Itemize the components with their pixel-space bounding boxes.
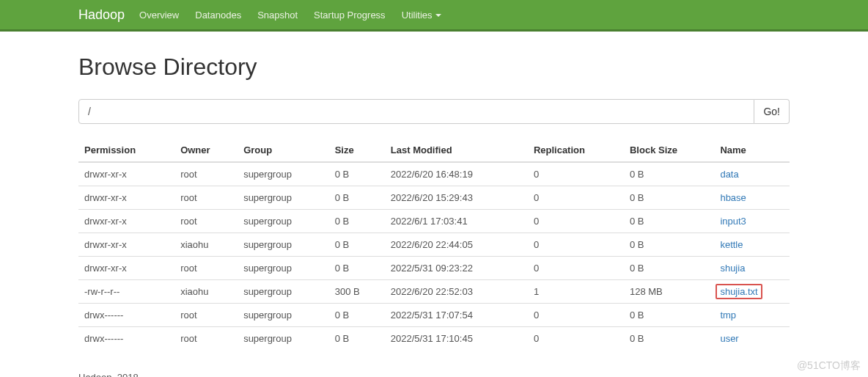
cell-replication: 0 bbox=[528, 257, 624, 280]
cell-replication: 0 bbox=[528, 327, 624, 351]
table-row: drwxr-xr-xxiaohusupergroup0 B2022/6/20 2… bbox=[78, 233, 790, 257]
cell-block-size: 0 B bbox=[624, 162, 714, 186]
col-name: Name bbox=[714, 139, 790, 162]
cell-size: 0 B bbox=[329, 257, 385, 280]
nav-datanodes[interactable]: Datanodes bbox=[195, 10, 241, 21]
nav-utilities-label: Utilities bbox=[402, 10, 433, 21]
highlight-box: shujia.txt bbox=[716, 284, 762, 299]
nav-overview[interactable]: Overview bbox=[139, 10, 179, 21]
table-row: drwx------rootsupergroup0 B2022/5/31 17:… bbox=[78, 327, 790, 351]
cell-owner: xiaohu bbox=[174, 280, 238, 304]
cell-replication: 0 bbox=[528, 304, 624, 327]
col-block-size: Block Size bbox=[624, 139, 714, 162]
cell-last-modified: 2022/6/20 16:48:19 bbox=[385, 162, 528, 186]
col-owner: Owner bbox=[174, 139, 238, 162]
cell-size: 0 B bbox=[329, 304, 385, 327]
table-header-row: Permission Owner Group Size Last Modifie… bbox=[78, 139, 790, 162]
watermark: @51CTO博客 bbox=[797, 359, 861, 373]
cell-replication: 0 bbox=[528, 233, 624, 257]
nav-utilities[interactable]: Utilities bbox=[402, 10, 441, 21]
cell-name: data bbox=[714, 162, 790, 186]
cell-owner: root bbox=[174, 257, 238, 280]
cell-permission: -rw-r--r-- bbox=[78, 280, 174, 304]
file-link[interactable]: hbase bbox=[720, 192, 746, 203]
go-button[interactable]: Go! bbox=[754, 99, 790, 124]
file-link[interactable]: kettle bbox=[720, 239, 743, 250]
cell-block-size: 0 B bbox=[624, 210, 714, 233]
file-link[interactable]: shujia.txt bbox=[720, 286, 757, 297]
cell-owner: root bbox=[174, 210, 238, 233]
cell-block-size: 128 MB bbox=[624, 280, 714, 304]
cell-owner: root bbox=[174, 162, 238, 186]
cell-block-size: 0 B bbox=[624, 304, 714, 327]
cell-group: supergroup bbox=[238, 304, 329, 327]
cell-group: supergroup bbox=[238, 280, 329, 304]
cell-size: 0 B bbox=[329, 210, 385, 233]
cell-permission: drwxr-xr-x bbox=[78, 162, 174, 186]
cell-name: kettle bbox=[714, 233, 790, 257]
brand-link[interactable]: Hadoop bbox=[78, 7, 125, 23]
table-row: drwxr-xr-xrootsupergroup0 B2022/6/20 15:… bbox=[78, 186, 790, 210]
path-row: Go! bbox=[78, 99, 790, 124]
file-link[interactable]: user bbox=[720, 333, 738, 344]
cell-replication: 0 bbox=[528, 162, 624, 186]
cell-group: supergroup bbox=[238, 210, 329, 233]
table-row: drwx------rootsupergroup0 B2022/5/31 17:… bbox=[78, 304, 790, 327]
col-group: Group bbox=[238, 139, 329, 162]
nav-startup-progress[interactable]: Startup Progress bbox=[314, 10, 386, 21]
cell-name: shujia.txt bbox=[714, 280, 790, 304]
cell-last-modified: 2022/6/20 22:44:05 bbox=[385, 233, 528, 257]
cell-group: supergroup bbox=[238, 233, 329, 257]
navbar: Hadoop Overview Datanodes Snapshot Start… bbox=[0, 0, 868, 32]
cell-size: 0 B bbox=[329, 327, 385, 351]
path-input[interactable] bbox=[78, 99, 754, 124]
cell-size: 300 B bbox=[329, 280, 385, 304]
cell-owner: root bbox=[174, 186, 238, 210]
cell-size: 0 B bbox=[329, 186, 385, 210]
cell-permission: drwxr-xr-x bbox=[78, 210, 174, 233]
col-permission: Permission bbox=[78, 139, 174, 162]
cell-name: hbase bbox=[714, 186, 790, 210]
directory-table: Permission Owner Group Size Last Modifie… bbox=[78, 139, 790, 350]
table-row: drwxr-xr-xrootsupergroup0 B2022/6/20 16:… bbox=[78, 162, 790, 186]
cell-name: shujia bbox=[714, 257, 790, 280]
table-row: -rw-r--r--xiaohusupergroup300 B2022/6/20… bbox=[78, 280, 790, 304]
col-size: Size bbox=[329, 139, 385, 162]
cell-block-size: 0 B bbox=[624, 257, 714, 280]
file-link[interactable]: shujia bbox=[720, 263, 745, 274]
cell-name: tmp bbox=[714, 304, 790, 327]
cell-replication: 0 bbox=[528, 186, 624, 210]
cell-block-size: 0 B bbox=[624, 233, 714, 257]
cell-last-modified: 2022/5/31 17:10:45 bbox=[385, 327, 528, 351]
nav-snapshot[interactable]: Snapshot bbox=[257, 10, 298, 21]
cell-permission: drwx------ bbox=[78, 327, 174, 351]
cell-group: supergroup bbox=[238, 162, 329, 186]
cell-permission: drwx------ bbox=[78, 304, 174, 327]
cell-replication: 0 bbox=[528, 210, 624, 233]
cell-last-modified: 2022/6/20 22:52:03 bbox=[385, 280, 528, 304]
col-replication: Replication bbox=[528, 139, 624, 162]
cell-last-modified: 2022/6/1 17:03:41 bbox=[385, 210, 528, 233]
file-link[interactable]: tmp bbox=[720, 310, 736, 321]
cell-name: input3 bbox=[714, 210, 790, 233]
file-link[interactable]: data bbox=[720, 169, 738, 180]
cell-last-modified: 2022/6/20 15:29:43 bbox=[385, 186, 528, 210]
cell-last-modified: 2022/5/31 09:23:22 bbox=[385, 257, 528, 280]
cell-owner: root bbox=[174, 304, 238, 327]
cell-permission: drwxr-xr-x bbox=[78, 233, 174, 257]
cell-size: 0 B bbox=[329, 233, 385, 257]
chevron-down-icon bbox=[435, 14, 441, 17]
cell-group: supergroup bbox=[238, 327, 329, 351]
cell-replication: 1 bbox=[528, 280, 624, 304]
file-link[interactable]: input3 bbox=[720, 216, 746, 227]
cell-block-size: 0 B bbox=[624, 327, 714, 351]
cell-permission: drwxr-xr-x bbox=[78, 186, 174, 210]
cell-group: supergroup bbox=[238, 257, 329, 280]
cell-block-size: 0 B bbox=[624, 186, 714, 210]
cell-owner: xiaohu bbox=[174, 233, 238, 257]
table-row: drwxr-xr-xrootsupergroup0 B2022/5/31 09:… bbox=[78, 257, 790, 280]
cell-owner: root bbox=[174, 327, 238, 351]
cell-size: 0 B bbox=[329, 162, 385, 186]
footer-text: Hadoop, 2018. bbox=[78, 372, 790, 377]
table-row: drwxr-xr-xrootsupergroup0 B2022/6/1 17:0… bbox=[78, 210, 790, 233]
